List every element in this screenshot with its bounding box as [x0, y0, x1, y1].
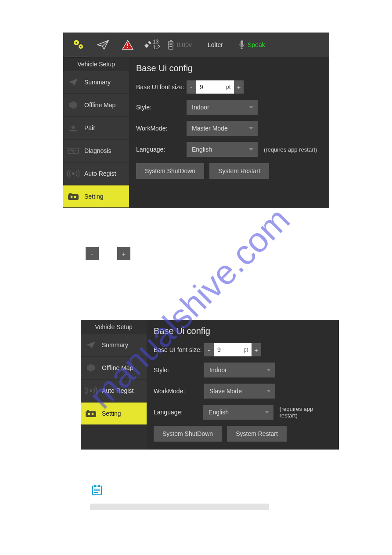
language-dropdown[interactable]: English — [203, 405, 273, 420]
sidebar-item-setting[interactable]: Setting — [63, 185, 129, 207]
row-language: Language: English (requires app restart) — [136, 142, 322, 157]
chevron-down-icon — [249, 106, 253, 109]
font-plus-button[interactable]: + — [252, 343, 261, 356]
config-panel: Base Ui config Base UI font size: - 9 pt… — [129, 57, 329, 208]
svg-point-16 — [70, 196, 73, 198]
speak-button[interactable]: Speak — [235, 33, 269, 57]
font-size-input[interactable]: 9 pt — [196, 80, 234, 94]
battery-voltage: 0.00v — [177, 41, 192, 48]
sidebar-item-setting[interactable]: Setting — [81, 403, 147, 424]
row-language: Language: English (requires app restart) — [154, 405, 332, 420]
flight-mode[interactable]: Loiter — [201, 33, 229, 57]
example-minus-button[interactable]: - — [86, 247, 99, 260]
language-note: (requires app restart) — [280, 406, 332, 419]
style-value: Indoor — [192, 104, 209, 111]
sidebar-title: Vehicle Setup — [81, 321, 147, 334]
chevron-down-icon — [249, 148, 253, 151]
broadcast-icon — [67, 167, 80, 180]
language-label: Language: — [136, 146, 187, 153]
chevron-down-icon — [266, 390, 271, 392]
style-dropdown[interactable]: Indoor — [187, 100, 258, 115]
svg-point-22 — [88, 413, 90, 415]
diagnosis-icon — [67, 145, 80, 157]
sidebar-item-auto-regist[interactable]: Auto Regist — [63, 163, 129, 185]
app-screenshot-slave: Vehicle Setup Summary Offline Map Auto R… — [81, 320, 339, 450]
sidebar-item-label: Summary — [102, 341, 128, 348]
example-plus-button[interactable]: + — [117, 247, 130, 260]
tab-flight[interactable] — [90, 33, 116, 57]
style-label: Style: — [154, 366, 204, 374]
sidebar-item-summary[interactable]: Summary — [81, 334, 147, 356]
workmode-label: WorkMode: — [136, 125, 187, 132]
config-panel: Base Ui config Base UI font size: - 9 pt… — [147, 320, 339, 450]
gears-icon — [72, 39, 84, 50]
language-value: English — [192, 146, 212, 153]
chevron-down-icon — [265, 411, 269, 414]
sidebar-item-label: Setting — [102, 410, 121, 417]
battery-status: 0.00v — [164, 33, 195, 57]
warning-triangle-icon — [122, 40, 133, 50]
workmode-dropdown[interactable]: Master Mode — [187, 121, 258, 136]
tab-settings-gears[interactable] — [66, 32, 90, 58]
map-hex-icon — [84, 362, 97, 374]
svg-rect-8 — [169, 43, 172, 44]
row-workmode: WorkMode: Master Mode — [136, 121, 322, 136]
plane-icon — [84, 339, 97, 351]
svg-point-14 — [72, 173, 74, 174]
paper-plane-icon — [97, 39, 110, 51]
sidebar-item-label: Auto Regist — [84, 170, 116, 177]
workmode-dropdown[interactable]: Slave Mode — [204, 384, 275, 399]
font-minus-button[interactable]: - — [204, 343, 214, 356]
svg-rect-26 — [94, 485, 96, 487]
system-restart-button[interactable]: System Restart — [209, 163, 269, 179]
svg-point-20 — [90, 390, 92, 392]
sidebar-item-diagnosis[interactable]: Diagnosis — [63, 140, 129, 162]
font-plus-button[interactable]: + — [234, 80, 244, 94]
sidebar: Vehicle Setup Summary Offline Map Auto R… — [81, 320, 147, 450]
camera-icon — [84, 407, 97, 420]
placeholder-bar — [90, 504, 269, 510]
style-dropdown[interactable]: Indoor — [204, 363, 275, 377]
svg-rect-11 — [241, 40, 243, 46]
system-shutdown-button[interactable]: System ShutDown — [154, 426, 222, 442]
action-row: System ShutDown System Restart — [136, 163, 322, 179]
svg-rect-15 — [68, 194, 79, 200]
sidebar-item-offline-map[interactable]: Offline Map — [63, 94, 129, 116]
font-size-input[interactable]: 9 pt — [214, 343, 252, 356]
sidebar-item-offline-map[interactable]: Offline Map — [81, 357, 147, 379]
svg-rect-9 — [169, 44, 172, 45]
plane-icon — [67, 76, 80, 88]
sidebar-item-auto-regist[interactable]: Auto Regist — [81, 380, 147, 402]
system-shutdown-button[interactable]: System ShutDown — [136, 163, 204, 179]
svg-point-23 — [91, 413, 94, 415]
svg-marker-12 — [69, 101, 77, 109]
config-heading: Base Ui config — [136, 63, 322, 73]
svg-point-17 — [74, 196, 76, 198]
language-dropdown[interactable]: English — [187, 142, 258, 157]
font-size-label: Base UI font size: — [136, 83, 187, 91]
tab-warnings[interactable] — [116, 33, 140, 57]
top-bar: 13 1.2 0.00v Loiter Speak — [63, 33, 329, 57]
sidebar-item-label: Offline Map — [102, 364, 133, 371]
sidebar-item-label: Setting — [84, 193, 104, 200]
action-row: System ShutDown System Restart — [154, 426, 332, 442]
svg-rect-4 — [127, 44, 128, 46]
chevron-down-icon — [266, 369, 271, 371]
sidebar-item-label: Diagnosis — [84, 147, 111, 154]
svg-point-3 — [80, 46, 81, 47]
row-font-size: Base UI font size: - 9 pt + — [154, 343, 332, 356]
system-restart-button[interactable]: System Restart — [227, 426, 287, 442]
language-label: Language: — [154, 409, 203, 416]
language-value: English — [209, 409, 229, 416]
row-style: Style: Indoor — [136, 100, 322, 115]
chevron-down-icon — [249, 127, 253, 130]
camera-icon — [67, 190, 80, 203]
sidebar-item-label: Auto Regist — [102, 387, 133, 394]
font-size-label: Base UI font size: — [154, 346, 204, 353]
sidebar-item-pair[interactable]: Pair — [63, 117, 129, 139]
sidebar-item-summary[interactable]: Summary — [63, 71, 129, 93]
font-minus-button[interactable]: - — [187, 80, 196, 94]
battery-icon — [167, 40, 174, 50]
svg-rect-18 — [69, 193, 72, 195]
style-value: Indoor — [209, 366, 227, 374]
